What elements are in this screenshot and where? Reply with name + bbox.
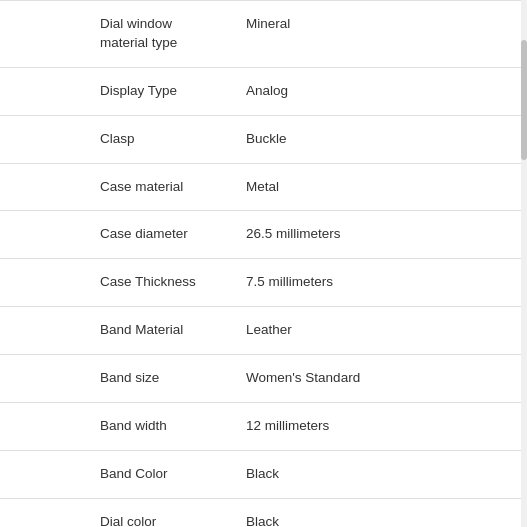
spec-value: Black — [230, 499, 527, 527]
table-row: Dial colorBlack — [0, 499, 527, 527]
product-specs-table: Dial window material typeMineralDisplay … — [0, 0, 527, 527]
table-row: Case materialMetal — [0, 164, 527, 212]
spec-value: 26.5 millimeters — [230, 211, 527, 258]
spec-label: Case Thickness — [0, 259, 230, 306]
spec-label: Dial window material type — [0, 1, 230, 67]
spec-label: Dial color — [0, 499, 230, 527]
table-row: Band MaterialLeather — [0, 307, 527, 355]
spec-label: Case diameter — [0, 211, 230, 258]
spec-label: Display Type — [0, 68, 230, 115]
spec-value: Leather — [230, 307, 527, 354]
spec-label: Case material — [0, 164, 230, 211]
table-row: Band width12 millimeters — [0, 403, 527, 451]
spec-label: Band width — [0, 403, 230, 450]
spec-value: Analog — [230, 68, 527, 115]
spec-value: 12 millimeters — [230, 403, 527, 450]
scrollbar-track[interactable] — [521, 0, 527, 527]
spec-value: Black — [230, 451, 527, 498]
scrollbar-thumb[interactable] — [521, 40, 527, 160]
table-row: Band ColorBlack — [0, 451, 527, 499]
table-row: Case Thickness7.5 millimeters — [0, 259, 527, 307]
spec-value: Mineral — [230, 1, 527, 67]
spec-label: Band size — [0, 355, 230, 402]
spec-value: 7.5 millimeters — [230, 259, 527, 306]
specs-container: Dial window material typeMineralDisplay … — [0, 0, 527, 527]
spec-label: Clasp — [0, 116, 230, 163]
spec-value: Metal — [230, 164, 527, 211]
table-row: Case diameter26.5 millimeters — [0, 211, 527, 259]
table-row: Band sizeWomen's Standard — [0, 355, 527, 403]
table-row: Dial window material typeMineral — [0, 0, 527, 68]
spec-value: Women's Standard — [230, 355, 527, 402]
spec-label: Band Color — [0, 451, 230, 498]
table-row: ClaspBuckle — [0, 116, 527, 164]
spec-value: Buckle — [230, 116, 527, 163]
spec-label: Band Material — [0, 307, 230, 354]
table-row: Display TypeAnalog — [0, 68, 527, 116]
